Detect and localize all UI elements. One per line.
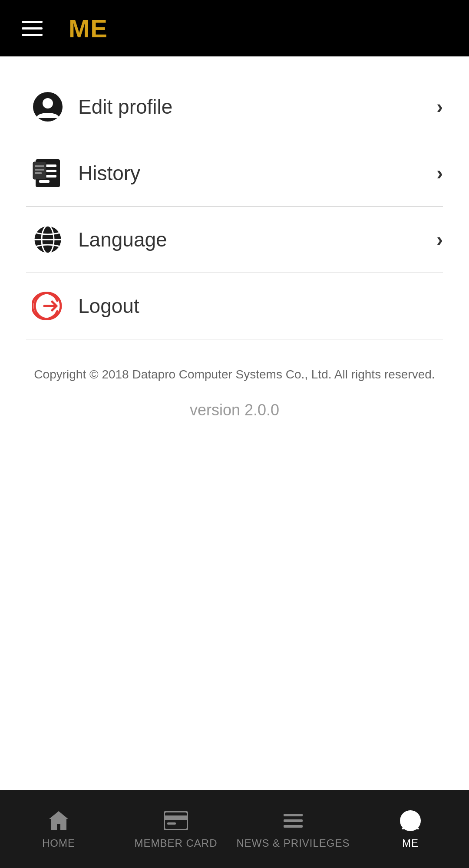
svg-rect-22 (284, 819, 303, 822)
menu-item-logout[interactable]: Logout (26, 273, 443, 339)
svg-rect-23 (284, 825, 303, 828)
home-icon (46, 809, 71, 833)
edit-profile-label: Edit profile (69, 95, 436, 118)
footer-info: Copyright © 2018 Datapro Computer System… (0, 365, 469, 419)
me-icon (398, 809, 423, 833)
nav-item-news-privileges[interactable]: NEWS & PRIVILEGES (234, 809, 352, 849)
chevron-right-icon: › (436, 96, 443, 118)
bottom-nav: HOME MEMBER CARD NEWS & PRIVILEGES (0, 790, 469, 868)
svg-rect-19 (164, 815, 188, 820)
globe-icon (26, 224, 69, 255)
svg-rect-18 (164, 812, 188, 830)
version-text: version 2.0.0 (17, 401, 452, 419)
nav-item-me[interactable]: ME (352, 809, 469, 849)
header: ME (0, 0, 469, 56)
menu-item-language[interactable]: Language › (26, 207, 443, 273)
svg-rect-10 (35, 172, 42, 174)
language-label: Language (69, 228, 436, 251)
svg-point-25 (406, 814, 414, 822)
svg-rect-20 (167, 822, 176, 825)
svg-rect-6 (39, 180, 50, 183)
main-content: Edit profile › Hist (0, 56, 469, 790)
news-icon (281, 809, 305, 833)
nav-item-member-card[interactable]: MEMBER CARD (117, 809, 234, 849)
member-card-nav-label: MEMBER CARD (134, 837, 217, 849)
logout-label: Logout (69, 294, 443, 318)
chevron-right-icon: › (436, 229, 443, 250)
page-title: ME (69, 14, 108, 43)
copyright-text: Copyright © 2018 Datapro Computer System… (17, 365, 452, 384)
svg-rect-21 (284, 814, 303, 816)
card-icon (164, 809, 188, 833)
svg-marker-17 (49, 811, 68, 830)
history-icon (26, 158, 69, 189)
chevron-right-icon: › (436, 162, 443, 184)
user-icon (26, 91, 69, 122)
hamburger-menu-button[interactable] (22, 21, 43, 36)
nav-item-home[interactable]: HOME (0, 809, 117, 849)
news-privileges-nav-label: NEWS & PRIVILEGES (236, 837, 350, 849)
menu-list: Edit profile › Hist (0, 74, 469, 339)
menu-item-edit-profile[interactable]: Edit profile › (26, 74, 443, 140)
svg-rect-9 (35, 169, 44, 171)
home-nav-label: HOME (42, 837, 75, 849)
history-label: History (69, 161, 436, 185)
menu-item-history[interactable]: History › (26, 140, 443, 207)
me-nav-label: ME (402, 837, 419, 849)
svg-point-1 (43, 98, 53, 108)
svg-rect-8 (35, 165, 44, 167)
logout-icon (26, 290, 69, 322)
